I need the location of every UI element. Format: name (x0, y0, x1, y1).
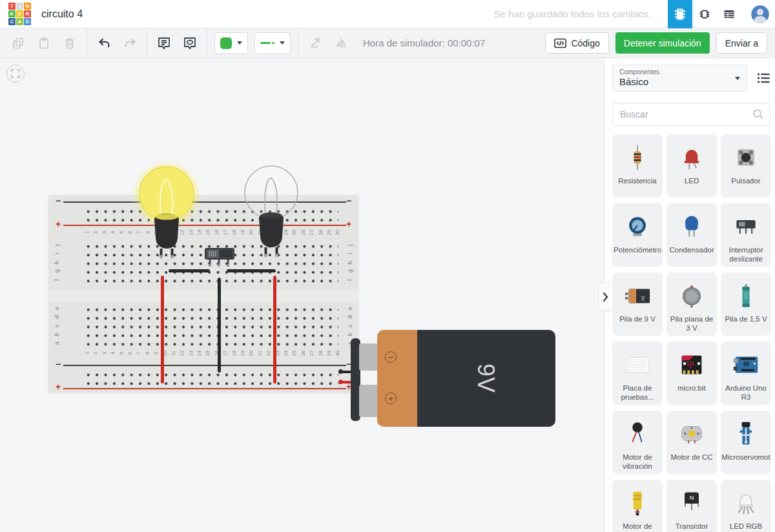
column-numbers: 1234567891011121314151617181920212223242… (83, 349, 342, 358)
component-label: LED (683, 176, 701, 186)
wire-red-left[interactable] (161, 276, 164, 384)
rail-positive-line (63, 388, 346, 389)
component-category-dropdown[interactable]: Componentes Básico (612, 65, 747, 92)
send-to-button[interactable]: Enviar a (716, 32, 767, 54)
delete-button[interactable] (57, 32, 83, 55)
list-icon (757, 72, 770, 84)
arduino-icon (731, 347, 761, 383)
schematic-view-tab[interactable] (692, 0, 717, 28)
zoom-to-fit-button[interactable] (6, 65, 25, 83)
lightbulb-off[interactable] (236, 160, 307, 267)
battery-aa-icon (732, 278, 760, 314)
code-button-label: Código (571, 38, 599, 48)
battery-9v[interactable]: − + 9V (377, 330, 555, 427)
user-avatar[interactable] (750, 5, 770, 24)
rotate-icon (308, 36, 323, 50)
coin-cell-icon (677, 278, 706, 314)
lightbulb-lit[interactable] (131, 161, 202, 268)
logo-cell: R (24, 10, 31, 17)
redo-button[interactable] (117, 32, 143, 55)
sidebar-collapse-button[interactable] (598, 282, 612, 311)
component-card-microbit[interactable]: micro:bit (666, 342, 717, 405)
row-letters: jihgf (53, 241, 62, 285)
wire-red-right[interactable] (273, 276, 276, 384)
slide-switch[interactable] (205, 248, 234, 267)
component-card-gearmotor[interactable]: Motor de (612, 480, 663, 532)
component-card-capacitor[interactable]: Condensador (666, 203, 717, 267)
person-icon (750, 5, 770, 24)
component-card-transistor[interactable]: NTransistor (666, 480, 717, 532)
annotations-visibility-button[interactable] (177, 32, 203, 55)
component-label: Pila de 1,5 V (723, 314, 769, 324)
component-label: Microservomot (719, 452, 772, 462)
chevron-down-icon (237, 41, 242, 45)
microbit-icon (677, 347, 707, 383)
resistor-icon (623, 139, 652, 176)
component-card-breadboard[interactable]: Placa de pruebas... (612, 342, 663, 405)
component-card-battery-aa[interactable]: Pila de 1,5 V (721, 272, 771, 336)
logo-cell: C (8, 18, 16, 25)
notes-button[interactable] (151, 32, 177, 55)
tinkercad-logo[interactable]: T I N K E R C A D (8, 3, 31, 25)
component-label: Transistor (674, 521, 710, 531)
breadboard-view-tab[interactable] (668, 0, 692, 28)
component-card-potentiometer[interactable]: Potenciómetro (612, 203, 663, 267)
component-card-servo[interactable]: Microservomot (721, 411, 771, 474)
undo-button[interactable] (91, 32, 117, 55)
trash-icon (63, 36, 77, 50)
component-card-vibration-motor[interactable]: Motor de vibración (612, 411, 663, 474)
led-icon (677, 139, 706, 176)
component-card-resistor[interactable]: Resistencia (612, 134, 663, 198)
component-card-led[interactable]: LED (666, 134, 717, 198)
app-header: T I N K E R C A D circuito 4 Se han guar… (0, 0, 775, 28)
logo-cell: E (16, 10, 23, 17)
component-card-battery-9v[interactable]: 9VPila de 9 V (612, 272, 663, 336)
terminal-holes (83, 304, 338, 348)
rotate-button[interactable] (302, 32, 328, 55)
chevron-down-icon (735, 77, 740, 80)
code-icon (554, 38, 566, 48)
component-label: Resistencia (616, 176, 658, 186)
component-label: Pulsador (729, 176, 762, 186)
circuit-canvas[interactable]: − + − + 12345678910111213141516171819202… (0, 58, 604, 532)
component-card-arduino[interactable]: Arduino Uno R3 (721, 342, 771, 405)
component-grid: ResistenciaLEDPulsadorPotenciómetroConde… (612, 134, 775, 532)
battery-terminal-negative[interactable] (359, 343, 379, 371)
logo-cell: A (16, 18, 23, 25)
component-list-tab[interactable] (717, 0, 741, 28)
wire-black-row-g-left[interactable] (169, 269, 210, 272)
component-card-coin-cell[interactable]: Pila plana de 3 V (666, 272, 717, 336)
paste-button[interactable] (31, 32, 57, 55)
row-letters: edcba (53, 304, 62, 348)
stop-simulation-button[interactable]: Detener simulación (615, 32, 710, 54)
wire-black-row-g-right[interactable] (227, 269, 276, 272)
center-gap (48, 289, 358, 303)
components-label: Componentes (619, 68, 740, 76)
flip-button[interactable] (328, 32, 354, 55)
component-card-slide-switch[interactable]: Interruptor deslizante (721, 203, 771, 267)
copy-button[interactable] (5, 32, 31, 55)
search-input[interactable] (612, 103, 770, 126)
breadboard-icon (623, 347, 652, 383)
list-view-toggle[interactable] (752, 66, 775, 90)
component-card-led-rgb[interactable]: LED RGB (721, 480, 771, 532)
breadboard[interactable]: − + − + 12345678910111213141516171819202… (48, 195, 358, 393)
battery-terminal-positive[interactable] (359, 385, 379, 417)
logo-cell: N (24, 3, 31, 10)
rail-minus-label: − (54, 359, 63, 369)
component-label: Motor de CC (668, 452, 714, 462)
code-button[interactable]: Código (545, 32, 608, 54)
logo-cell: I (16, 3, 23, 10)
document-title[interactable]: circuito 4 (41, 8, 83, 20)
wire-type-dropdown[interactable] (254, 32, 291, 54)
table-icon (721, 6, 737, 22)
component-card-pushbutton[interactable]: Pulsador (721, 134, 771, 198)
undo-icon (97, 36, 112, 50)
wire-black-center[interactable] (218, 278, 221, 373)
battery-9v-icon: 9V (623, 278, 652, 314)
zoom-fit-icon (11, 69, 20, 78)
color-dropdown[interactable] (214, 32, 248, 54)
component-card-dc-motor[interactable]: Motor de CC (666, 411, 717, 474)
pushbutton-icon (732, 139, 760, 176)
led-rgb-icon (731, 485, 761, 521)
